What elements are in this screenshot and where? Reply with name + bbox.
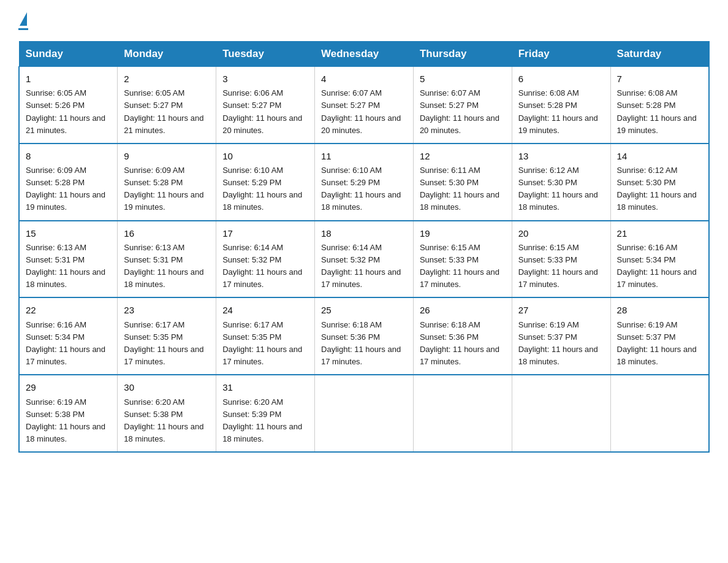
day-info: Sunrise: 6:08 AMSunset: 5:28 PMDaylight:… bbox=[617, 88, 697, 134]
calendar-cell: 14Sunrise: 6:12 AMSunset: 5:30 PMDayligh… bbox=[610, 144, 709, 221]
calendar-header-row: SundayMondayTuesdayWednesdayThursdayFrid… bbox=[19, 42, 709, 67]
day-number: 6 bbox=[518, 72, 604, 86]
day-number: 12 bbox=[420, 149, 506, 163]
calendar-cell: 25Sunrise: 6:18 AMSunset: 5:36 PMDayligh… bbox=[315, 297, 414, 375]
day-info: Sunrise: 6:09 AMSunset: 5:28 PMDaylight:… bbox=[124, 166, 203, 212]
day-info: Sunrise: 6:10 AMSunset: 5:29 PMDaylight:… bbox=[321, 166, 401, 212]
calendar-cell bbox=[610, 375, 709, 452]
calendar-cell: 30Sunrise: 6:20 AMSunset: 5:38 PMDayligh… bbox=[118, 375, 216, 452]
day-info: Sunrise: 6:07 AMSunset: 5:27 PMDaylight:… bbox=[420, 88, 499, 134]
calendar-cell: 5Sunrise: 6:07 AMSunset: 5:27 PMDaylight… bbox=[413, 67, 512, 144]
calendar-cell: 23Sunrise: 6:17 AMSunset: 5:35 PMDayligh… bbox=[118, 297, 216, 375]
calendar-cell: 21Sunrise: 6:16 AMSunset: 5:34 PMDayligh… bbox=[610, 221, 709, 298]
logo-triangle-icon bbox=[20, 12, 27, 26]
day-number: 4 bbox=[321, 72, 407, 86]
calendar-cell: 26Sunrise: 6:18 AMSunset: 5:36 PMDayligh… bbox=[413, 297, 512, 375]
day-info: Sunrise: 6:14 AMSunset: 5:32 PMDaylight:… bbox=[321, 243, 401, 289]
calendar-week-row: 8Sunrise: 6:09 AMSunset: 5:28 PMDaylight… bbox=[19, 144, 709, 221]
calendar-cell: 11Sunrise: 6:10 AMSunset: 5:29 PMDayligh… bbox=[315, 144, 414, 221]
calendar-cell: 31Sunrise: 6:20 AMSunset: 5:39 PMDayligh… bbox=[216, 375, 315, 452]
day-info: Sunrise: 6:08 AMSunset: 5:28 PMDaylight:… bbox=[518, 88, 598, 134]
day-number: 16 bbox=[124, 226, 210, 240]
day-number: 31 bbox=[222, 380, 308, 394]
day-number: 19 bbox=[420, 226, 506, 240]
calendar-cell: 4Sunrise: 6:07 AMSunset: 5:27 PMDaylight… bbox=[315, 67, 414, 144]
calendar-week-row: 1Sunrise: 6:05 AMSunset: 5:26 PMDaylight… bbox=[19, 67, 709, 144]
day-info: Sunrise: 6:07 AMSunset: 5:27 PMDaylight:… bbox=[321, 88, 401, 134]
calendar-cell: 2Sunrise: 6:05 AMSunset: 5:27 PMDaylight… bbox=[118, 67, 216, 144]
column-header-tuesday: Tuesday bbox=[216, 42, 315, 67]
day-number: 3 bbox=[222, 72, 308, 86]
day-info: Sunrise: 6:19 AMSunset: 5:37 PMDaylight:… bbox=[617, 320, 697, 366]
calendar-table: SundayMondayTuesdayWednesdayThursdayFrid… bbox=[18, 41, 710, 453]
day-number: 28 bbox=[617, 303, 702, 317]
day-info: Sunrise: 6:12 AMSunset: 5:30 PMDaylight:… bbox=[518, 166, 598, 212]
calendar-cell: 29Sunrise: 6:19 AMSunset: 5:38 PMDayligh… bbox=[19, 375, 118, 452]
page-header bbox=[18, 12, 710, 30]
day-info: Sunrise: 6:15 AMSunset: 5:33 PMDaylight:… bbox=[518, 243, 598, 289]
day-info: Sunrise: 6:19 AMSunset: 5:37 PMDaylight:… bbox=[518, 320, 598, 366]
day-info: Sunrise: 6:16 AMSunset: 5:34 PMDaylight:… bbox=[617, 243, 697, 289]
day-info: Sunrise: 6:19 AMSunset: 5:38 PMDaylight:… bbox=[26, 397, 105, 443]
day-number: 25 bbox=[321, 303, 407, 317]
calendar-cell: 17Sunrise: 6:14 AMSunset: 5:32 PMDayligh… bbox=[216, 221, 315, 298]
day-info: Sunrise: 6:13 AMSunset: 5:31 PMDaylight:… bbox=[124, 243, 203, 289]
calendar-cell: 22Sunrise: 6:16 AMSunset: 5:34 PMDayligh… bbox=[19, 297, 118, 375]
day-number: 29 bbox=[26, 380, 111, 394]
day-number: 14 bbox=[617, 149, 702, 163]
calendar-cell bbox=[315, 375, 414, 452]
calendar-cell: 27Sunrise: 6:19 AMSunset: 5:37 PMDayligh… bbox=[512, 297, 610, 375]
day-number: 1 bbox=[26, 72, 111, 86]
day-number: 22 bbox=[26, 303, 111, 317]
day-number: 5 bbox=[420, 72, 506, 86]
calendar-week-row: 29Sunrise: 6:19 AMSunset: 5:38 PMDayligh… bbox=[19, 375, 709, 452]
day-number: 9 bbox=[124, 149, 210, 163]
column-header-thursday: Thursday bbox=[413, 42, 512, 67]
day-info: Sunrise: 6:14 AMSunset: 5:32 PMDaylight:… bbox=[222, 243, 302, 289]
calendar-cell: 16Sunrise: 6:13 AMSunset: 5:31 PMDayligh… bbox=[118, 221, 216, 298]
calendar-week-row: 15Sunrise: 6:13 AMSunset: 5:31 PMDayligh… bbox=[19, 221, 709, 298]
day-number: 21 bbox=[617, 226, 702, 240]
day-number: 11 bbox=[321, 149, 407, 163]
logo bbox=[18, 12, 28, 30]
column-header-friday: Friday bbox=[512, 42, 610, 67]
day-number: 7 bbox=[617, 72, 702, 86]
day-info: Sunrise: 6:05 AMSunset: 5:26 PMDaylight:… bbox=[26, 88, 105, 134]
day-info: Sunrise: 6:05 AMSunset: 5:27 PMDaylight:… bbox=[124, 88, 203, 134]
day-number: 8 bbox=[26, 149, 111, 163]
calendar-cell: 10Sunrise: 6:10 AMSunset: 5:29 PMDayligh… bbox=[216, 144, 315, 221]
calendar-week-row: 22Sunrise: 6:16 AMSunset: 5:34 PMDayligh… bbox=[19, 297, 709, 375]
calendar-cell: 19Sunrise: 6:15 AMSunset: 5:33 PMDayligh… bbox=[413, 221, 512, 298]
day-number: 27 bbox=[518, 303, 604, 317]
day-number: 26 bbox=[420, 303, 506, 317]
day-info: Sunrise: 6:10 AMSunset: 5:29 PMDaylight:… bbox=[222, 166, 302, 212]
day-info: Sunrise: 6:09 AMSunset: 5:28 PMDaylight:… bbox=[26, 166, 105, 212]
day-info: Sunrise: 6:15 AMSunset: 5:33 PMDaylight:… bbox=[420, 243, 499, 289]
day-number: 24 bbox=[222, 303, 308, 317]
column-header-monday: Monday bbox=[118, 42, 216, 67]
day-number: 23 bbox=[124, 303, 210, 317]
logo-underline bbox=[18, 28, 28, 30]
day-number: 18 bbox=[321, 226, 407, 240]
day-number: 20 bbox=[518, 226, 604, 240]
day-info: Sunrise: 6:20 AMSunset: 5:38 PMDaylight:… bbox=[124, 397, 203, 443]
day-info: Sunrise: 6:18 AMSunset: 5:36 PMDaylight:… bbox=[420, 320, 499, 366]
column-header-saturday: Saturday bbox=[610, 42, 709, 67]
column-header-wednesday: Wednesday bbox=[315, 42, 414, 67]
calendar-cell: 28Sunrise: 6:19 AMSunset: 5:37 PMDayligh… bbox=[610, 297, 709, 375]
day-info: Sunrise: 6:17 AMSunset: 5:35 PMDaylight:… bbox=[124, 320, 203, 366]
day-info: Sunrise: 6:11 AMSunset: 5:30 PMDaylight:… bbox=[420, 166, 499, 212]
calendar-cell: 7Sunrise: 6:08 AMSunset: 5:28 PMDaylight… bbox=[610, 67, 709, 144]
calendar-cell: 15Sunrise: 6:13 AMSunset: 5:31 PMDayligh… bbox=[19, 221, 118, 298]
calendar-cell: 6Sunrise: 6:08 AMSunset: 5:28 PMDaylight… bbox=[512, 67, 610, 144]
calendar-cell: 8Sunrise: 6:09 AMSunset: 5:28 PMDaylight… bbox=[19, 144, 118, 221]
day-info: Sunrise: 6:12 AMSunset: 5:30 PMDaylight:… bbox=[617, 166, 697, 212]
day-info: Sunrise: 6:20 AMSunset: 5:39 PMDaylight:… bbox=[222, 397, 302, 443]
day-info: Sunrise: 6:13 AMSunset: 5:31 PMDaylight:… bbox=[26, 243, 105, 289]
calendar-cell bbox=[413, 375, 512, 452]
column-header-sunday: Sunday bbox=[19, 42, 118, 67]
calendar-cell: 18Sunrise: 6:14 AMSunset: 5:32 PMDayligh… bbox=[315, 221, 414, 298]
day-number: 15 bbox=[26, 226, 111, 240]
calendar-cell bbox=[512, 375, 610, 452]
day-info: Sunrise: 6:16 AMSunset: 5:34 PMDaylight:… bbox=[26, 320, 105, 366]
